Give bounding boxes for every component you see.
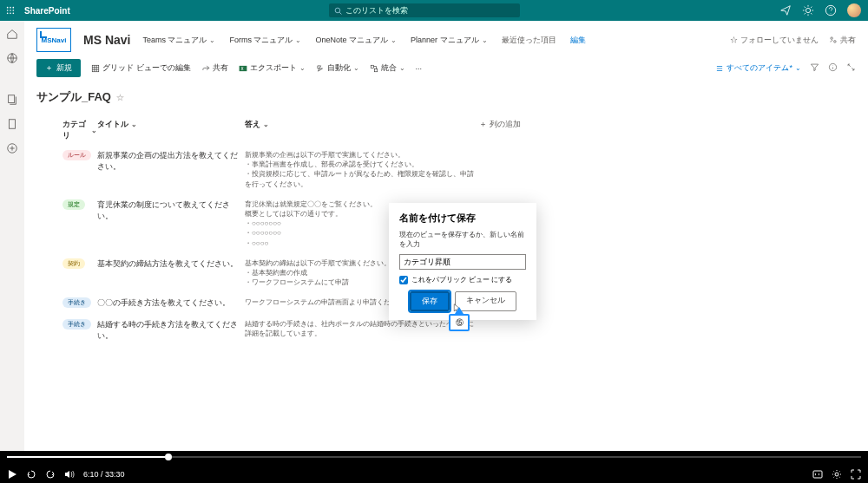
step-number: ⑮: [449, 314, 470, 331]
svg-point-8: [13, 13, 15, 15]
row-title: 新規事業の企画の提出方法を教えてください。: [97, 150, 245, 189]
fullscreen-icon[interactable]: [851, 469, 861, 480]
export-button[interactable]: エクスポート⌄: [239, 62, 306, 74]
automate-button[interactable]: 自動化⌄: [316, 62, 359, 74]
row-title: 基本契約の締結方法を教えてください。: [97, 258, 245, 288]
flow-icon: [316, 64, 325, 73]
row-title: 〇〇の手続き方法を教えてください。: [97, 297, 245, 309]
svg-point-5: [13, 10, 15, 11]
search-placeholder: このリストを検索: [345, 5, 408, 16]
step-callout: ⑮: [447, 307, 471, 331]
dialog-title: 名前を付けて保存: [399, 212, 526, 225]
video-timeline[interactable]: [7, 456, 861, 458]
nav-onenote[interactable]: OneNote マニュアル⌄: [315, 35, 397, 46]
volume-icon[interactable]: [64, 469, 75, 480]
svg-point-2: [13, 7, 15, 9]
table-row[interactable]: ルール新規事業の企画の提出方法を教えてください。新規事業の企画は以下の手順で実施…: [36, 145, 856, 194]
more-button[interactable]: ···: [416, 64, 423, 73]
public-view-label: これをパブリック ビュー にする: [411, 275, 512, 284]
svg-point-6: [7, 13, 9, 15]
globe-icon[interactable]: [6, 52, 18, 64]
category-tag: ルール: [62, 150, 91, 160]
site-header: MSNavi MS Navi Teams マニュアル⌄ Forms マニュアル⌄…: [24, 21, 868, 55]
row-answer: 結婚する時の手続きは、社内ポータルの結婚時の手続きといったページに詳細を記載して…: [245, 319, 479, 342]
chevron-down-icon: ⌄: [209, 36, 215, 44]
dialog-description: 現在のビューを保存するか、新しい名前を入力: [399, 230, 526, 249]
view-name-input[interactable]: [399, 254, 526, 270]
site-name: MS Navi: [83, 33, 130, 47]
integrate-button[interactable]: 統合⌄: [370, 62, 405, 74]
share-cmd-button[interactable]: 共有: [201, 62, 228, 74]
video-time: 6:10 / 33:30: [83, 470, 125, 479]
col-title[interactable]: タイトル⌄: [97, 119, 137, 130]
category-tag: 規定: [62, 199, 85, 210]
app-launcher-icon[interactable]: [0, 6, 21, 15]
nav-forms[interactable]: Forms マニュアル⌄: [229, 35, 301, 46]
col-add[interactable]: ＋ 列の追加: [479, 119, 521, 130]
integrate-icon: [370, 64, 378, 73]
table-header-row: カテゴリ⌄ タイトル⌄ 答え⌄ ＋ 列の追加: [36, 115, 856, 145]
favorite-star-icon[interactable]: ☆: [116, 93, 124, 102]
follow-button[interactable]: ☆ フォローしていません: [730, 35, 819, 46]
col-category[interactable]: カテゴリ⌄: [62, 119, 97, 141]
grid-edit-button[interactable]: グリッド ビューでの編集: [91, 62, 191, 74]
help-icon[interactable]: [825, 4, 837, 16]
svg-point-7: [10, 13, 11, 15]
brand-label: SharePoint: [24, 6, 70, 16]
page-icon[interactable]: [6, 118, 18, 130]
cc-icon[interactable]: [812, 469, 823, 480]
skip-fwd-icon[interactable]: [45, 469, 56, 480]
save-button[interactable]: 保存: [410, 291, 450, 311]
col-answer[interactable]: 答え⌄: [245, 119, 269, 130]
svg-rect-22: [374, 69, 377, 71]
search-box[interactable]: このリストを検索: [329, 3, 520, 17]
excel-icon: [239, 64, 247, 73]
share-button[interactable]: 共有: [829, 35, 856, 46]
list-title: サンプル_FAQ ☆: [36, 89, 856, 105]
svg-rect-19: [92, 65, 99, 72]
site-header-right: ☆ フォローしていません 共有: [730, 35, 856, 46]
svg-rect-14: [9, 95, 15, 103]
svg-rect-21: [371, 65, 373, 68]
row-title: 育児休業の制度について教えてください。: [97, 199, 245, 248]
chevron-down-icon: ⌄: [482, 36, 488, 44]
left-rail: [0, 21, 24, 451]
files-icon[interactable]: [6, 94, 18, 106]
new-button[interactable]: ＋ 新規: [36, 59, 81, 77]
svg-rect-15: [10, 120, 16, 129]
svg-point-1: [10, 7, 11, 9]
info-icon[interactable]: [828, 62, 838, 74]
filter-icon[interactable]: [810, 62, 819, 74]
public-view-checkbox[interactable]: これをパブリック ビュー にする: [399, 275, 526, 284]
send-icon[interactable]: [779, 4, 792, 16]
list-icon: [715, 64, 724, 73]
add-icon[interactable]: [6, 142, 18, 154]
settings-icon[interactable]: [802, 4, 814, 16]
save-view-dialog: 名前を付けて保存 現在のビューを保存するか、新しい名前を入力 これをパブリック …: [389, 203, 536, 320]
nav-recent[interactable]: 最近使った項目: [502, 35, 556, 46]
row-title: 結婚する時の手続き方法を教えてください。: [97, 319, 245, 342]
chevron-down-icon: ⌄: [295, 36, 301, 44]
category-tag: 契約: [62, 258, 85, 269]
player-settings-icon[interactable]: [832, 469, 842, 480]
expand-icon[interactable]: [846, 62, 856, 74]
play-icon[interactable]: [7, 469, 17, 480]
svg-point-9: [336, 8, 341, 13]
nav-edit[interactable]: 編集: [570, 35, 586, 46]
nav-teams[interactable]: Teams マニュアル⌄: [142, 35, 215, 46]
grid-icon: [91, 64, 100, 73]
skip-back-icon[interactable]: [26, 469, 36, 480]
category-tag: 手続き: [62, 297, 91, 308]
command-bar: ＋ 新規 グリッド ビューでの編集 共有 エクスポート⌄ 自動化⌄ 統合⌄ ··…: [24, 55, 868, 81]
public-view-checkbox-input[interactable]: [399, 276, 408, 284]
nav-planner[interactable]: Planner マニュアル⌄: [411, 35, 488, 46]
site-logo[interactable]: MSNavi: [36, 28, 71, 52]
svg-point-4: [10, 10, 11, 11]
chevron-down-icon: ⌄: [391, 36, 397, 44]
user-avatar[interactable]: [847, 3, 861, 17]
svg-point-17: [831, 37, 833, 40]
view-selector[interactable]: すべてのアイテム*⌄: [715, 62, 801, 74]
home-icon[interactable]: [6, 28, 18, 40]
main-area: MSNavi MS Navi Teams マニュアル⌄ Forms マニュアル⌄…: [24, 21, 868, 451]
timeline-knob[interactable]: [165, 454, 172, 460]
